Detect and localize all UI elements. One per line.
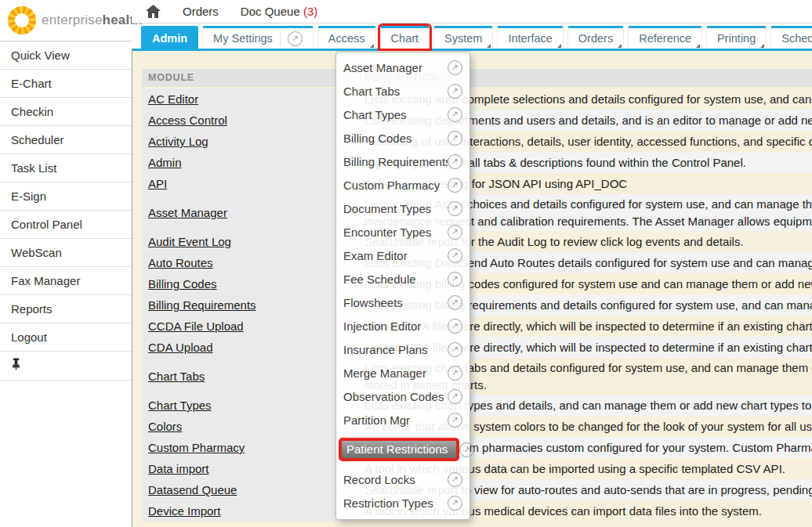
menu-item-partition-mgr[interactable]: Partition Mgr↗ xyxy=(336,408,469,431)
module-link-audit-event-log[interactable]: Audit Event Log xyxy=(148,235,231,248)
open-new-window-icon[interactable]: ↗ xyxy=(448,60,462,75)
open-new-window-icon[interactable]: ↗ xyxy=(448,272,462,287)
menu-item-billing-requirements[interactable]: Billing Requirements↗ xyxy=(336,150,469,173)
module-link-custom-pharmacy[interactable]: Custom Pharmacy xyxy=(148,441,245,454)
menu-item-document-types[interactable]: Document Types↗ xyxy=(336,197,469,220)
menu-item-billing-codes[interactable]: Billing Codes↗ xyxy=(336,126,469,150)
dropdown-fold-indicator xyxy=(370,44,374,48)
module-cell: API xyxy=(142,173,358,194)
sidebar-item-reports[interactable]: Reports xyxy=(0,295,132,323)
open-new-window-icon[interactable]: ↗ xyxy=(448,295,462,310)
menu-item-chart-tabs[interactable]: Chart Tabs↗ xyxy=(336,79,469,103)
table-row: Chart TabsLists existing chart tabs and … xyxy=(142,358,812,395)
menu-item-merge-manager[interactable]: Merge Manager↗ xyxy=(336,361,469,384)
sidebar-item-scheduler[interactable]: Scheduler xyxy=(0,126,132,154)
open-new-window-icon[interactable]: ↗ xyxy=(448,496,462,511)
open-new-window-icon[interactable]: ↗ xyxy=(448,201,462,216)
menu-item-fee-schedule[interactable]: Fee Schedule↗ xyxy=(336,267,469,291)
module-link-admin[interactable]: Admin xyxy=(148,156,182,169)
module-link-billing-codes[interactable]: Billing Codes xyxy=(148,277,217,291)
menu-item-label: Injection Editor xyxy=(343,319,421,333)
open-new-window-icon[interactable]: ↗ xyxy=(448,225,462,240)
home-icon[interactable] xyxy=(146,5,161,18)
module-link-chart-types[interactable]: Chart Types xyxy=(148,399,212,412)
open-new-window-icon[interactable]: ↗ xyxy=(448,107,462,122)
open-new-window-icon[interactable]: ↗ xyxy=(448,389,462,404)
module-link-api[interactable]: API xyxy=(148,177,167,190)
open-new-window-icon[interactable]: ↗ xyxy=(448,178,462,193)
table-row: CCDA File UploadUpload CDA files here di… xyxy=(142,316,812,337)
brand-name-light: enterprise xyxy=(42,13,103,27)
module-cell: CCDA File Upload xyxy=(142,316,358,337)
module-link-datasend-queue[interactable]: Datasend Queue xyxy=(148,483,237,496)
module-link-activity-log[interactable]: Activity Log xyxy=(148,135,208,148)
menu-item-asset-manager[interactable]: Asset Manager↗ xyxy=(336,56,469,79)
menu-item-patient-restrictions[interactable]: Patient Restrictions↗ xyxy=(336,434,469,465)
open-new-window-icon[interactable]: ↗ xyxy=(459,442,474,457)
tab-printing[interactable]: Printing xyxy=(706,26,767,49)
module-link-colors[interactable]: Colors xyxy=(148,420,182,433)
open-new-window-icon[interactable]: ↗ xyxy=(448,413,462,428)
menu-item-insurance-plans[interactable]: Insurance Plans↗ xyxy=(336,337,469,361)
pin-icon[interactable] xyxy=(11,358,21,374)
menu-item-label: Document Types xyxy=(343,202,431,215)
tab-reference[interactable]: Reference xyxy=(628,26,702,49)
open-new-window-icon[interactable]: ↗ xyxy=(448,342,462,357)
module-link-cda-upload[interactable]: CDA Upload xyxy=(148,341,213,354)
sidebar-item-task-list[interactable]: Task List xyxy=(0,154,132,182)
module-link-data-import[interactable]: Data import xyxy=(148,462,209,475)
module-link-chart-tabs[interactable]: Chart Tabs xyxy=(148,370,205,383)
open-new-window-icon[interactable]: ↗ xyxy=(448,472,462,487)
menu-item-custom-pharmacy[interactable]: Custom Pharmacy↗ xyxy=(336,173,469,197)
open-new-window-icon[interactable]: ↗ xyxy=(448,366,462,381)
module-link-ac-editor[interactable]: AC Editor xyxy=(148,92,198,106)
sidebar-pin-row[interactable] xyxy=(0,352,132,381)
module-link-billing-requirements[interactable]: Billing Requirements xyxy=(148,298,256,312)
module-link-access-control[interactable]: Access Control xyxy=(148,114,227,127)
sidebar-item-logout[interactable]: Logout xyxy=(0,323,132,352)
sidebar-item-quick-view[interactable]: Quick View xyxy=(0,42,132,70)
module-cell: Chart Tabs xyxy=(142,358,358,395)
tab-access[interactable]: Access xyxy=(317,26,376,49)
sidebar-item-control-panel[interactable]: Control Panel xyxy=(0,211,132,239)
tab-admin[interactable]: Admin xyxy=(141,26,198,49)
nav-item-doc-queue[interactable]: Doc Queue (3) xyxy=(241,5,317,18)
menu-item-observation-codes[interactable]: Observation Codes↗ xyxy=(336,384,469,408)
menu-item-exam-editor[interactable]: Exam Editor↗ xyxy=(336,244,469,267)
open-new-window-icon[interactable]: ↗ xyxy=(288,31,303,46)
tab-label: System xyxy=(444,32,482,45)
module-link-ccda-file-upload[interactable]: CCDA File Upload xyxy=(148,319,244,333)
nav-item-orders[interactable]: Orders xyxy=(183,5,219,18)
module-link-auto-routes[interactable]: Auto Routes xyxy=(148,256,213,269)
sidebar-item-e-chart[interactable]: E-Chart xyxy=(0,70,132,98)
tab-system[interactable]: System xyxy=(433,26,493,49)
module-link-device-import[interactable]: Device Import xyxy=(148,504,221,518)
chart-dropdown-menu: Asset Manager↗Chart Tabs↗Chart Types↗Bil… xyxy=(335,52,470,520)
module-table-rows: AC EditorLists existing auto-complete se… xyxy=(142,88,812,522)
sidebar-item-fax-manager[interactable]: Fax Manager xyxy=(0,267,132,295)
tab-my-settings[interactable]: My Settings↗ xyxy=(202,26,314,49)
open-new-window-icon[interactable]: ↗ xyxy=(448,248,462,263)
module-link-asset-manager[interactable]: Asset Manager xyxy=(148,206,227,219)
tab-label: Interface xyxy=(508,32,552,45)
open-new-window-icon[interactable]: ↗ xyxy=(448,154,462,169)
tab-scheduling[interactable]: Scheduling xyxy=(770,26,812,49)
menu-item-record-locks[interactable]: Record Locks↗ xyxy=(336,467,469,491)
tab-label: Orders xyxy=(578,32,613,45)
menu-item-restriction-types[interactable]: Restriction Types↗ xyxy=(336,491,469,514)
menu-item-chart-types[interactable]: Chart Types↗ xyxy=(336,103,469,126)
tab-interface[interactable]: Interface xyxy=(497,26,563,49)
menu-item-injection-editor[interactable]: Injection Editor↗ xyxy=(336,314,469,337)
tab-chart[interactable]: Chart xyxy=(380,26,430,49)
sidebar-item-checkin[interactable]: Checkin xyxy=(0,98,132,126)
dropdown-fold-indicator xyxy=(557,44,561,48)
menu-item-flowsheets[interactable]: Flowsheets↗ xyxy=(336,291,469,314)
open-new-window-icon[interactable]: ↗ xyxy=(448,319,462,334)
menu-item-encounter-types[interactable]: Encounter Types↗ xyxy=(336,220,469,244)
table-row: Datasend QueueSearchable report to view … xyxy=(142,479,812,500)
sidebar-item-webscan[interactable]: WebScan xyxy=(0,239,132,267)
open-new-window-icon[interactable]: ↗ xyxy=(448,131,462,146)
open-new-window-icon[interactable]: ↗ xyxy=(448,84,462,99)
tab-orders[interactable]: Orders xyxy=(567,26,624,49)
sidebar-item-e-sign[interactable]: E-Sign xyxy=(0,182,132,211)
